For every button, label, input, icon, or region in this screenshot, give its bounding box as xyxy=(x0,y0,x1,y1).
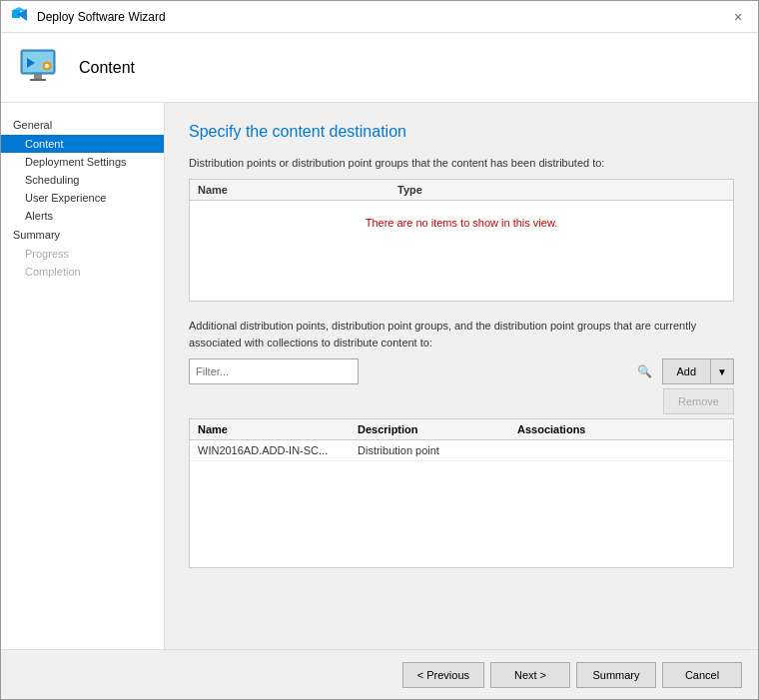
lower-col-desc-header: Description xyxy=(358,423,517,435)
title-bar: Deploy Software Wizard × xyxy=(1,1,758,33)
cancel-button[interactable]: Cancel xyxy=(662,662,742,688)
add-button[interactable]: Add xyxy=(662,358,712,384)
close-button[interactable]: × xyxy=(726,5,750,29)
header-title: Content xyxy=(79,59,135,77)
svg-point-9 xyxy=(45,64,49,68)
remove-button[interactable]: Remove xyxy=(663,388,734,414)
sidebar-section-general: General xyxy=(1,115,164,135)
main-content: Specify the content destination Distribu… xyxy=(165,103,758,649)
sidebar-item-user-experience[interactable]: User Experience xyxy=(1,189,164,207)
title-bar-text: Deploy Software Wizard xyxy=(37,10,726,24)
lower-table-header: Name Description Associations xyxy=(190,419,733,440)
description-bottom: Additional distribution points, distribu… xyxy=(189,318,734,350)
sidebar-item-completion[interactable]: Completion xyxy=(1,263,164,281)
col-type-header: Type xyxy=(397,184,597,196)
sidebar-item-progress[interactable]: Progress xyxy=(1,245,164,263)
search-icon: 🔍 xyxy=(637,364,652,378)
description-top: Distribution points or distribution poin… xyxy=(189,157,734,169)
col-name-header: Name xyxy=(198,184,397,196)
svg-rect-6 xyxy=(30,79,46,81)
sidebar-item-scheduling[interactable]: Scheduling xyxy=(1,171,164,189)
row-description: Distribution point xyxy=(358,444,517,456)
distribution-points-table: Name Type There are no items to show in … xyxy=(189,179,734,302)
window: Deploy Software Wizard × Content xyxy=(0,0,759,700)
summary-button[interactable]: Summary xyxy=(576,662,656,688)
row-associations xyxy=(517,444,637,456)
lower-col-assoc-header: Associations xyxy=(517,423,637,435)
app-icon xyxy=(9,7,29,27)
no-items-text: There are no items to show in this view. xyxy=(366,217,558,229)
sidebar: General Content Deployment Settings Sche… xyxy=(1,103,165,649)
lower-table: Name Description Associations WIN2016AD.… xyxy=(189,418,734,568)
table-row[interactable]: WIN2016AD.ADD-IN-SC... Distribution poin… xyxy=(190,440,733,461)
body: General Content Deployment Settings Sche… xyxy=(1,103,758,649)
filter-input-wrapper: 🔍 xyxy=(189,358,658,384)
header-bar: Content xyxy=(1,33,758,103)
previous-button[interactable]: < Previous xyxy=(402,662,484,688)
add-dropdown-button[interactable]: ▼ xyxy=(711,358,734,384)
sidebar-section-summary: Summary xyxy=(1,225,164,245)
header-icon xyxy=(17,44,65,92)
sidebar-item-alerts[interactable]: Alerts xyxy=(1,207,164,225)
top-table-header: Name Type xyxy=(190,180,733,201)
sidebar-item-content[interactable]: Content xyxy=(1,135,164,153)
add-btn-wrapper: Add ▼ xyxy=(662,358,734,384)
top-table-empty: There are no items to show in this view. xyxy=(190,201,733,301)
sidebar-item-deployment-settings[interactable]: Deployment Settings xyxy=(1,153,164,171)
footer: < Previous Next > Summary Cancel xyxy=(1,649,758,699)
filter-row: 🔍 Add ▼ xyxy=(189,358,734,384)
next-button[interactable]: Next > xyxy=(490,662,570,688)
page-title: Specify the content destination xyxy=(189,123,734,141)
lower-col-name-header: Name xyxy=(198,423,358,435)
row-name: WIN2016AD.ADD-IN-SC... xyxy=(198,444,358,456)
filter-input[interactable] xyxy=(189,358,359,384)
